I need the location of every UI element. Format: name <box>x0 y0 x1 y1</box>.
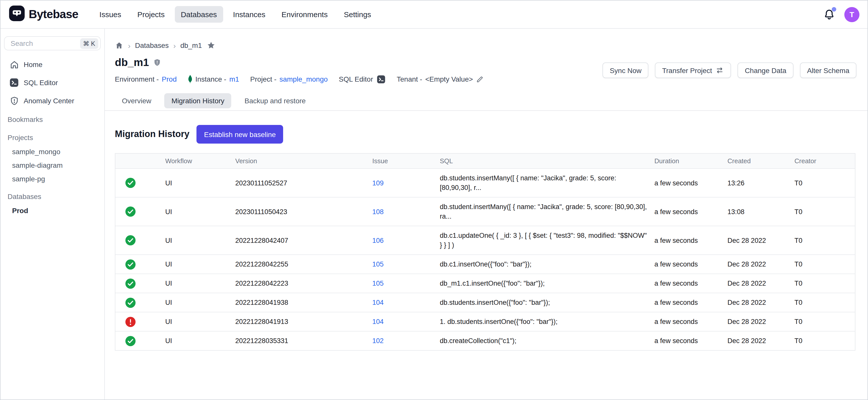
issue-link[interactable]: 104 <box>372 318 383 326</box>
sidebar-item-anomaly-center[interactable]: Anomaly Center <box>0 94 104 108</box>
column-header-sql: SQL <box>440 157 654 165</box>
status-cell <box>115 297 165 308</box>
sidebar-item-sample-pg[interactable]: sample-pg <box>0 172 104 185</box>
meta-project: Project - sample_mongo <box>250 75 328 83</box>
nav-item-issues[interactable]: Issues <box>93 6 127 23</box>
sql-editor-terminal-icon <box>376 74 385 84</box>
tabs: OverviewMigration HistoryBackup and rest… <box>105 93 868 111</box>
created-cell: Dec 28 2022 <box>727 337 795 345</box>
created-cell: Dec 28 2022 <box>727 280 795 287</box>
breadcrumb-item-databases[interactable]: Databases <box>135 41 169 50</box>
sidebar-section-projects: Projectssample_mongosample-diagramsample… <box>0 130 104 185</box>
created-cell: 13:08 <box>727 208 795 215</box>
success-icon <box>125 259 136 270</box>
issue-link[interactable]: 105 <box>372 260 383 268</box>
button-label: Transfer Project <box>662 66 712 74</box>
sidebar-item-sql-editor[interactable]: SQL Editor <box>0 75 104 90</box>
table-row[interactable]: UI20221228041938104db.students.insertOne… <box>115 293 855 312</box>
notifications-bell-icon[interactable] <box>823 8 835 21</box>
meta-instance: Instance - m1 <box>188 74 239 84</box>
issue-cell: 104 <box>372 299 440 306</box>
shield-alert-icon <box>153 58 161 66</box>
home-breadcrumb-icon[interactable] <box>115 41 123 50</box>
version-cell: 20221228042255 <box>235 260 372 268</box>
tab-backup-and-restore[interactable]: Backup and restore <box>238 93 313 108</box>
main-content: › Databases › db_m1 db_m1 <box>105 29 868 400</box>
meta-sql-editor[interactable]: SQL Editor <box>339 74 385 84</box>
tab-overview[interactable]: Overview <box>115 93 158 108</box>
issue-link[interactable]: 106 <box>372 237 383 244</box>
mongodb-leaf-icon <box>188 74 192 84</box>
table-row[interactable]: UI20221228035331102db.createCollection("… <box>115 331 855 350</box>
establish-baseline-button[interactable]: Establish new baseline <box>196 125 283 144</box>
table-row[interactable]: UI202212280419131041. db.students.insert… <box>115 312 855 331</box>
sql-editor-icon <box>9 78 19 88</box>
page-title: db_m1 <box>115 56 149 68</box>
top-nav: Bytebase IssuesProjectsDatabasesInstance… <box>0 0 868 29</box>
nav-item-settings[interactable]: Settings <box>338 6 377 23</box>
creator-cell: T0 <box>795 179 856 187</box>
nav-item-instances[interactable]: Instances <box>227 6 271 23</box>
sidebar-item-prod[interactable]: Prod <box>0 204 104 217</box>
issue-link[interactable]: 102 <box>372 337 383 345</box>
environment-link[interactable]: Prod <box>162 75 177 83</box>
tab-migration-history[interactable]: Migration History <box>164 93 231 108</box>
workflow-cell: UI <box>165 260 235 268</box>
sidebar-item-home[interactable]: Home <box>0 57 104 71</box>
sql-cell: db.c1.updateOne( { _id: 3 }, [ { $set: {… <box>440 226 654 254</box>
transfer-project-button[interactable]: Transfer Project <box>655 62 731 78</box>
success-icon <box>125 206 136 217</box>
sidebar: ⌘ K HomeSQL EditorAnomaly Center Bookmar… <box>0 29 105 400</box>
breadcrumb-separator: › <box>173 41 176 50</box>
sql-cell: db_m1.c1.insertOne({"foo": "bar"}); <box>440 274 654 293</box>
change-data-button[interactable]: Change Data <box>738 62 794 78</box>
success-icon <box>125 297 136 308</box>
instance-link[interactable]: m1 <box>229 75 239 83</box>
edit-pencil-icon[interactable] <box>476 75 484 83</box>
search-input[interactable] <box>9 39 80 48</box>
sync-now-button[interactable]: Sync Now <box>603 62 649 78</box>
table-row[interactable]: UI20221228042223105db_m1.c1.insertOne({"… <box>115 274 855 293</box>
version-cell: 20221228042407 <box>235 237 372 244</box>
column-header-duration: Duration <box>654 157 727 165</box>
column-header-created: Created <box>727 157 795 165</box>
environment-label: Environment - <box>115 75 159 83</box>
transfer-icon <box>716 66 724 74</box>
issue-link[interactable]: 104 <box>372 299 383 306</box>
duration-cell: a few seconds <box>654 208 727 215</box>
section-title: Migration History <box>115 129 189 140</box>
sql-cell: db.student.insertMany([ { name: "Jacika"… <box>440 197 654 226</box>
sidebar-section-header: Bookmarks <box>0 112 104 126</box>
table-row[interactable]: UI20230111052527109db.students.insertMan… <box>115 168 855 197</box>
issue-link[interactable]: 108 <box>372 208 383 215</box>
table-row[interactable]: UI20221228042255105db.c1.insertOne({"foo… <box>115 254 855 274</box>
sidebar-item-sample-diagram[interactable]: sample-diagram <box>0 158 104 172</box>
alter-schema-button[interactable]: Alter Schema <box>800 62 857 78</box>
version-cell: 20230111050423 <box>235 208 372 215</box>
workflow-cell: UI <box>165 179 235 187</box>
bookmark-star-icon[interactable] <box>207 41 216 50</box>
breadcrumb-item-db-m1[interactable]: db_m1 <box>180 41 202 50</box>
issue-cell: 108 <box>372 208 440 215</box>
issue-cell: 109 <box>372 179 440 187</box>
nav-item-projects[interactable]: Projects <box>131 6 170 23</box>
created-cell: Dec 28 2022 <box>727 237 795 244</box>
issue-link[interactable]: 109 <box>372 179 383 187</box>
sidebar-item-sample-mongo[interactable]: sample_mongo <box>0 145 104 158</box>
nav-item-databases[interactable]: Databases <box>175 6 223 23</box>
nav-item-environments[interactable]: Environments <box>276 6 334 23</box>
creator-cell: T0 <box>795 337 856 345</box>
table-row[interactable]: UI20221228042407106db.c1.updateOne( { _i… <box>115 226 855 254</box>
issue-link[interactable]: 105 <box>372 280 383 287</box>
button-label: Change Data <box>745 66 786 74</box>
sql-cell: db.students.insertOne({"foo": "bar"}); <box>440 293 654 312</box>
migration-history-section: Migration History Establish new baseline… <box>115 125 858 350</box>
sidebar-section-bookmarks: Bookmarks <box>0 112 104 126</box>
issue-cell: 106 <box>372 237 440 244</box>
status-cell <box>115 206 165 217</box>
brand[interactable]: Bytebase <box>8 5 78 24</box>
home-icon <box>9 59 19 69</box>
table-row[interactable]: UI20230111050423108db.student.insertMany… <box>115 197 855 226</box>
project-link[interactable]: sample_mongo <box>280 75 328 83</box>
avatar[interactable]: T <box>844 7 860 22</box>
